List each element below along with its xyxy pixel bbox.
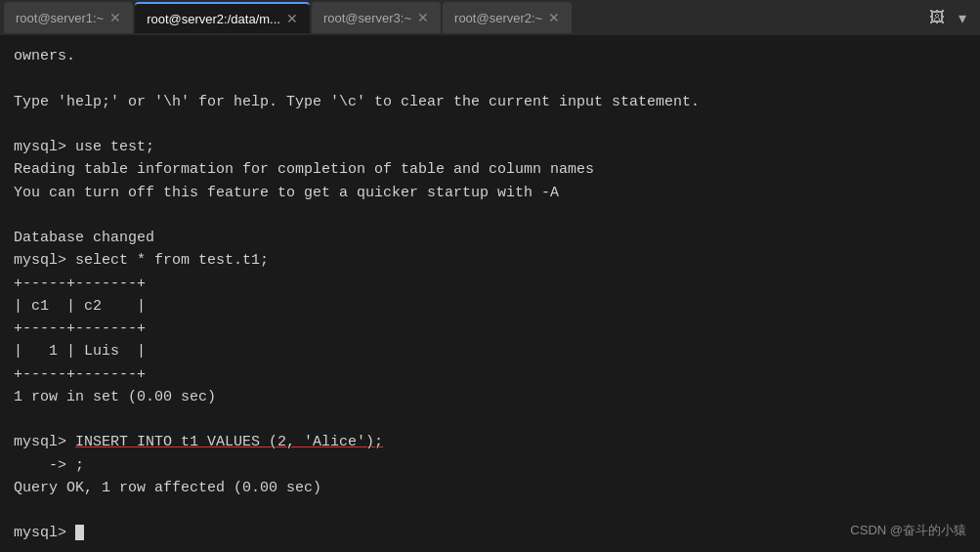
dropdown-icon[interactable]: ▾ bbox=[955, 7, 970, 29]
cursor bbox=[75, 525, 84, 540]
tab-server2-data[interactable]: root@server2:/data/m... ✕ bbox=[135, 2, 310, 33]
tab-server3-label: root@server3:~ bbox=[323, 11, 411, 25]
screenshot-icon[interactable]: 🖼 bbox=[925, 7, 949, 28]
tab-bar: root@server1:~ ✕ root@server2:/data/m...… bbox=[0, 0, 980, 35]
tab-actions: 🖼 ▾ bbox=[925, 7, 976, 29]
tab-server2-home-close[interactable]: ✕ bbox=[548, 11, 560, 24]
terminal: owners. Type 'help;' or '\h' for help. T… bbox=[0, 35, 980, 552]
tab-server3[interactable]: root@server3:~ ✕ bbox=[312, 2, 441, 33]
tab-server3-close[interactable]: ✕ bbox=[417, 11, 429, 24]
tab-server2-data-close[interactable]: ✕ bbox=[286, 12, 298, 25]
tab-server2-home[interactable]: root@server2:~ ✕ bbox=[443, 2, 572, 33]
watermark: CSDN @奋斗的小猿 bbox=[850, 521, 966, 540]
tab-server1[interactable]: root@server1:~ ✕ bbox=[4, 2, 133, 33]
insert-statement: INSERT INTO t1 VALUES (2, 'Alice'); bbox=[75, 434, 383, 450]
tab-server2-data-label: root@server2:/data/m... bbox=[147, 12, 280, 26]
terminal-content: owners. Type 'help;' or '\h' for help. T… bbox=[14, 45, 966, 545]
tab-server2-home-label: root@server2:~ bbox=[454, 11, 542, 25]
tab-server1-label: root@server1:~ bbox=[16, 11, 104, 25]
tab-server1-close[interactable]: ✕ bbox=[109, 11, 121, 24]
